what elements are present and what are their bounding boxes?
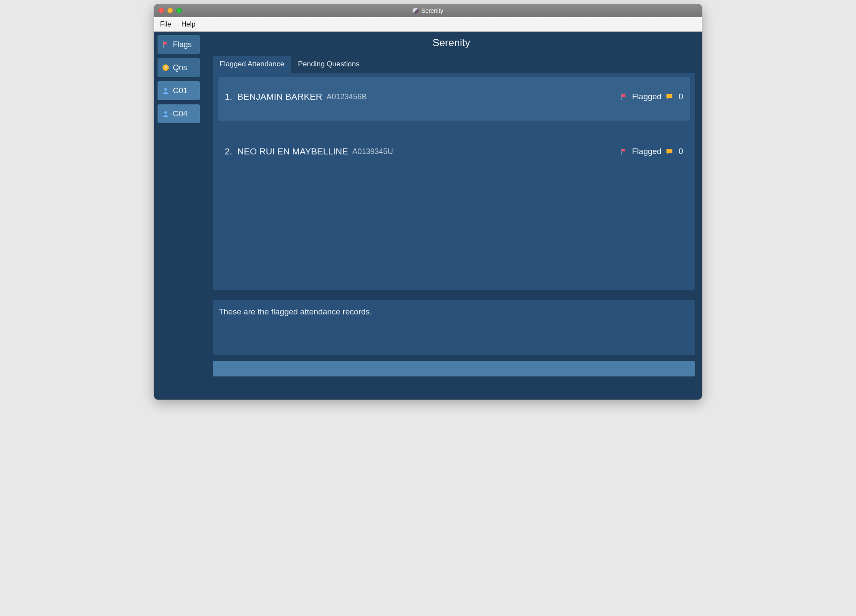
row-status-group: Flagged 0 (620, 147, 683, 156)
titlebar: Serenity (154, 4, 702, 17)
tab-flagged-attendance[interactable]: Flagged Attendance (213, 56, 291, 73)
sidebar-item-label: G04 (173, 110, 187, 118)
window-controls (158, 8, 182, 13)
menu-help[interactable]: Help (181, 21, 196, 28)
tab-label: Pending Questions (298, 60, 360, 68)
status-message: These are the flagged attendance records… (213, 300, 695, 355)
row-name: BENJAMIN BARKER (238, 92, 322, 102)
sidebar-item-label: Flags (173, 40, 192, 49)
page-title: Serenity (208, 32, 695, 56)
row-status: Flagged (632, 147, 662, 156)
tab-label: Flagged Attendance (220, 60, 284, 68)
sidebar-item-qns[interactable]: ? Qns (158, 58, 200, 77)
sidebar-item-label: G01 (173, 86, 187, 95)
window-title-text: Serenity (421, 7, 443, 14)
menubar: File Help (154, 17, 702, 32)
minimize-window-button[interactable] (167, 8, 173, 13)
close-window-button[interactable] (158, 8, 164, 13)
row-index: 1. (225, 92, 232, 102)
row-index: 2. (225, 146, 232, 157)
tab-pending-questions[interactable]: Pending Questions (291, 56, 366, 73)
command-input[interactable] (213, 361, 695, 376)
person-icon (162, 87, 169, 95)
sidebar-item-g04[interactable]: G04 (158, 104, 200, 123)
list-item[interactable]: 2. NEO RUI EN MAYBELLINE A0139345U Flagg… (218, 146, 690, 157)
flag-icon (620, 148, 628, 155)
row-count: 0 (678, 147, 683, 156)
zoom-window-button[interactable] (176, 8, 182, 13)
tab-content: 1. BENJAMIN BARKER A0123456B Flagged (213, 73, 695, 290)
svg-text:?: ? (164, 65, 167, 70)
svg-point-3 (164, 88, 167, 91)
row-id: A0123456B (327, 92, 367, 101)
content-area: Flags ? Qns G01 (154, 32, 702, 400)
tab-bar: Flagged Attendance Pending Questions (213, 56, 695, 73)
main-panel: Serenity Flagged Attendance Pending Ques… (203, 32, 702, 400)
sidebar: Flags ? Qns G01 (154, 32, 203, 400)
window-title: Serenity (154, 7, 702, 14)
flag-icon (620, 93, 628, 101)
chat-icon (666, 93, 673, 101)
person-icon (162, 110, 169, 118)
menu-file[interactable]: File (160, 21, 171, 28)
question-icon: ? (162, 64, 169, 71)
app-icon (413, 8, 419, 14)
list-item[interactable]: 1. BENJAMIN BARKER A0123456B Flagged (218, 77, 690, 121)
row-status-group: Flagged 0 (620, 92, 683, 101)
chat-icon (666, 148, 673, 155)
sidebar-item-label: Qns (173, 63, 187, 72)
flag-icon (162, 41, 169, 48)
sidebar-item-g01[interactable]: G01 (158, 81, 200, 100)
row-name: NEO RUI EN MAYBELLINE (238, 146, 348, 157)
svg-point-4 (164, 111, 167, 114)
row-count: 0 (678, 92, 683, 101)
row-status: Flagged (632, 92, 662, 101)
sidebar-item-flags[interactable]: Flags (158, 35, 200, 54)
row-id: A0139345U (352, 147, 393, 156)
app-window: Serenity File Help Flags (154, 4, 702, 400)
